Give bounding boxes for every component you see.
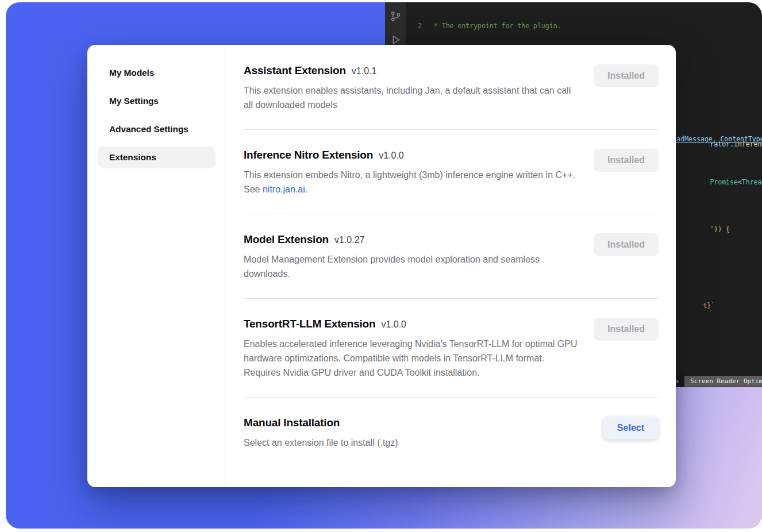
code-fragment: rator.inference(data));: [678, 132, 762, 156]
installed-button[interactable]: Installed: [594, 149, 659, 172]
extension-row-tensorrt: TensortRT-LLM Extension v1.0.0 Enables a…: [244, 299, 659, 398]
extension-row-assistant: Assistant Extension v1.0.1 This extensio…: [244, 64, 659, 130]
manual-installation-title: Manual Installation: [244, 417, 340, 429]
extension-name: Inference Nitro Extension: [244, 149, 373, 161]
installed-button[interactable]: Installed: [594, 64, 659, 87]
extension-info: Assistant Extension v1.0.1 This extensio…: [244, 64, 580, 112]
manual-installation-row: Manual Installation Select an extension …: [244, 398, 659, 467]
nitro-jan-ai-link[interactable]: nitro.jan.ai.: [263, 184, 307, 194]
extension-version: v1.0.0: [381, 319, 406, 330]
line-number: 2: [406, 21, 430, 30]
installed-button[interactable]: Installed: [594, 233, 659, 256]
extension-name: Assistant Extension: [244, 64, 346, 77]
screenshot-canvas: 2 * The entrypoint for the plugin. 3 */ …: [0, 0, 762, 532]
installed-button[interactable]: Installed: [594, 318, 659, 341]
extension-version: v1.0.0: [379, 151, 404, 161]
background-art: 2 * The entrypoint for the plugin. 3 */ …: [6, 2, 762, 529]
sidebar-item-extensions[interactable]: Extensions: [98, 147, 215, 168]
extension-description: This extension embeds Nitro, a lightweig…: [244, 168, 580, 196]
screen-reader-optimized-chip: Screen Reader Optimized: [684, 376, 762, 387]
extension-name: TensortRT-LLM Extension: [244, 318, 375, 330]
select-file-button[interactable]: Select: [603, 417, 659, 440]
extension-name: Model Extension: [244, 233, 329, 246]
sidebar-item-advanced-settings[interactable]: Advanced Settings: [98, 118, 215, 140]
extension-row-nitro: Inference Nitro Extension v1.0.0 This ex…: [244, 130, 659, 214]
run-debug-icon: [390, 34, 401, 46]
extensions-panel: Assistant Extension v1.0.1 This extensio…: [225, 45, 676, 487]
code-fragment: Promise<ThreadMessage>: [678, 170, 762, 194]
extension-info: Manual Installation Select an extension …: [244, 417, 398, 450]
source-control-icon: [390, 10, 401, 22]
code-fragment: t}`: [671, 294, 715, 318]
code-fragment: ')) {: [678, 217, 730, 241]
extension-description: This extension enables assistants, inclu…: [244, 83, 580, 112]
extension-info: TensortRT-LLM Extension v1.0.0 Enables a…: [244, 318, 580, 380]
extension-description: Model Management Extension provides mode…: [244, 252, 580, 281]
extension-version: v1.0.27: [334, 235, 364, 245]
sidebar-item-my-models[interactable]: My Models: [98, 62, 215, 84]
manual-installation-description: Select an extension file to install (.tg…: [244, 435, 398, 450]
extension-info: Inference Nitro Extension v1.0.0 This ex…: [244, 149, 580, 196]
settings-sidebar: My Models My Settings Advanced Settings …: [87, 45, 225, 487]
extension-description: Enables accelerated inference leveraging…: [244, 337, 580, 380]
code-line: 2 * The entrypoint for the plugin.: [406, 21, 762, 30]
settings-modal: My Models My Settings Advanced Settings …: [87, 45, 676, 487]
code-text: * The entrypoint for the plugin.: [430, 21, 561, 30]
extension-version: v1.0.1: [352, 66, 377, 76]
extension-info: Model Extension v1.0.27 Model Management…: [244, 233, 580, 281]
sidebar-item-my-settings[interactable]: My Settings: [98, 90, 215, 112]
extension-row-model: Model Extension v1.0.27 Model Management…: [244, 214, 659, 299]
